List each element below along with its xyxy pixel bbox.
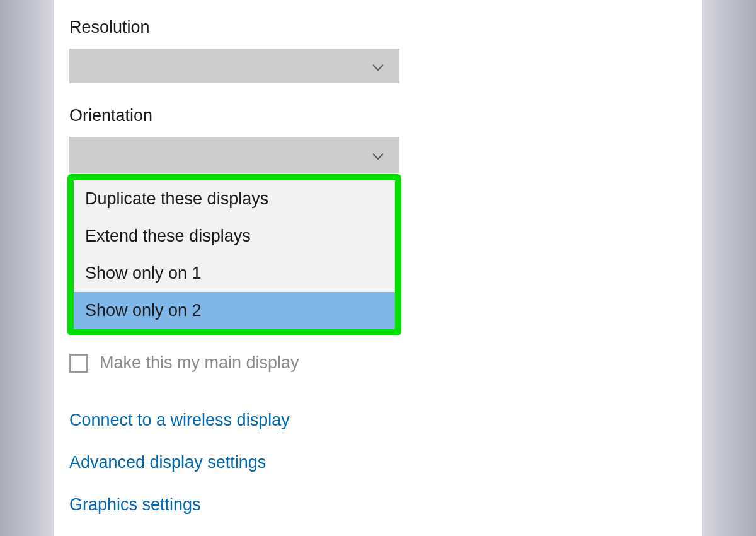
dropdown-option-show2[interactable]: Show only on 2	[74, 292, 395, 329]
dropdown-option-duplicate[interactable]: Duplicate these displays	[74, 180, 395, 218]
page-gutter-left	[0, 0, 54, 536]
resolution-dropdown[interactable]	[69, 49, 399, 83]
multiple-displays-dropdown-list: Duplicate these displays Extend these di…	[74, 180, 395, 329]
link-graphics-settings[interactable]: Graphics settings	[69, 495, 687, 515]
chevron-down-icon	[372, 62, 384, 70]
dropdown-option-show1[interactable]: Show only on 1	[74, 255, 395, 292]
link-wireless-display[interactable]: Connect to a wireless display	[69, 411, 687, 430]
main-display-checkbox-label: Make this my main display	[100, 353, 299, 373]
dropdown-option-extend[interactable]: Extend these displays	[74, 218, 395, 255]
highlight-annotation: Duplicate these displays Extend these di…	[67, 174, 401, 335]
orientation-label: Orientation	[69, 106, 687, 125]
display-settings-panel: Resolution Orientation Duplicate these d…	[54, 0, 702, 536]
link-advanced-display[interactable]: Advanced display settings	[69, 453, 687, 472]
related-links: Connect to a wireless display Advanced d…	[69, 411, 687, 515]
orientation-dropdown[interactable]	[69, 137, 399, 173]
page-gutter-right	[702, 0, 756, 536]
main-display-checkbox[interactable]	[69, 354, 88, 373]
main-display-checkbox-row: Make this my main display	[69, 353, 687, 373]
chevron-down-icon	[372, 151, 384, 159]
multiple-displays-dropdown-section: Duplicate these displays Extend these di…	[69, 137, 399, 335]
resolution-label: Resolution	[69, 18, 687, 37]
